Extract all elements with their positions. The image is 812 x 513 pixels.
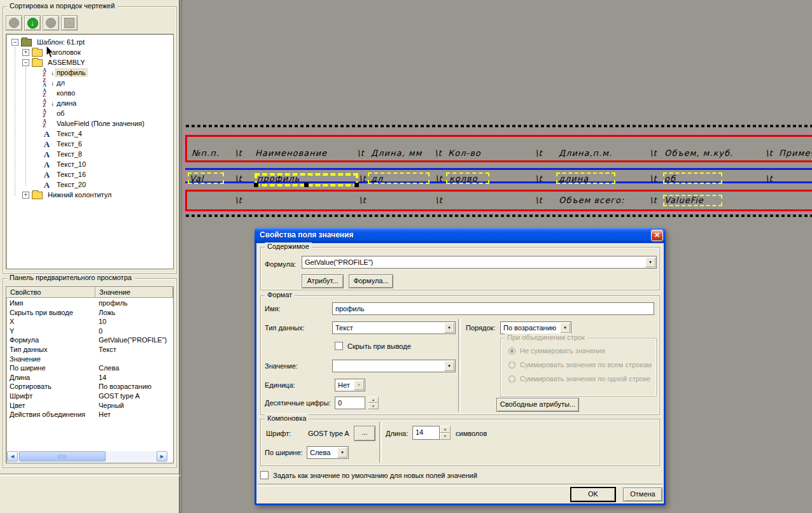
- property-row[interactable]: СортироватьПо возрастанию: [6, 382, 173, 391]
- report-header-cell[interactable]: Кол-во: [448, 148, 481, 158]
- set-default-checkbox[interactable]: [260, 471, 269, 479]
- resize-handle[interactable]: [254, 183, 258, 187]
- report-header-cell[interactable]: Длина, мм: [371, 148, 422, 158]
- tree-item[interactable]: AТекст_20: [6, 179, 173, 190]
- field-outline[interactable]: [446, 172, 489, 184]
- field-outline[interactable]: [663, 172, 722, 184]
- selected-field-outline[interactable]: [255, 173, 358, 186]
- collapse-icon[interactable]: −: [22, 59, 29, 66]
- chevron-down-icon[interactable]: ▼: [645, 257, 655, 267]
- formula-combobox[interactable]: GetValue("PROFILE") ▼: [302, 256, 657, 269]
- field-outline[interactable]: [663, 195, 722, 206]
- tree-item[interactable]: AТекст_6: [6, 139, 173, 149]
- report-header-cell[interactable]: \t: [435, 148, 442, 158]
- tree-item[interactable]: AТекст_4: [6, 129, 173, 139]
- property-row[interactable]: X10: [6, 317, 173, 327]
- chevron-down-icon[interactable]: ▼: [560, 323, 570, 333]
- tree-item[interactable]: AZоб: [6, 108, 173, 118]
- report-header-cell[interactable]: \t: [766, 148, 773, 158]
- scroll-left-arrow[interactable]: ◄: [7, 451, 18, 461]
- tree-item[interactable]: +Нижний колонтитул: [6, 190, 173, 200]
- template-tree[interactable]: −Шаблон: 61.rpt+Заголовок−ASSEMBLYAZ↓про…: [6, 34, 174, 269]
- dialog-titlebar[interactable]: Свойства поля значения ✕: [255, 228, 666, 243]
- report-header-cell[interactable]: \t: [650, 148, 657, 158]
- tree-item[interactable]: AZ↓длина: [6, 98, 173, 108]
- report-footer-cell[interactable]: \t: [235, 195, 242, 205]
- report-header-cell[interactable]: \t: [535, 148, 542, 158]
- expand-icon[interactable]: +: [22, 192, 29, 199]
- move-top-button[interactable]: [43, 15, 59, 31]
- report-footer-cell[interactable]: \t: [435, 195, 442, 205]
- report-footer-cell[interactable]: \t: [535, 195, 542, 205]
- report-data-cell[interactable]: \t: [435, 174, 442, 183]
- move-bottom-button[interactable]: ↓: [61, 15, 78, 31]
- property-row[interactable]: ШрифтGOST type A: [6, 391, 173, 401]
- property-row[interactable]: Имяпрофиль: [6, 299, 173, 308]
- close-icon[interactable]: ✕: [651, 230, 663, 241]
- decimals-spinner[interactable]: ▲ ▼: [368, 397, 379, 409]
- report-footer-cell[interactable]: \t: [359, 195, 366, 205]
- tree-item[interactable]: AТекст_8: [6, 149, 173, 159]
- tree-item[interactable]: −ASSEMBLY: [6, 57, 173, 67]
- property-row[interactable]: Действия объединенияНет: [6, 410, 173, 419]
- report-header-cell[interactable]: Объем, м.куб.: [664, 148, 733, 158]
- field-outline[interactable]: [556, 172, 615, 184]
- spin-up-icon[interactable]: ▲: [440, 426, 451, 433]
- font-browse-button[interactable]: ...: [354, 426, 375, 441]
- property-row[interactable]: Значение: [6, 355, 173, 364]
- tree-item[interactable]: AZ↓профиль: [6, 67, 173, 78]
- tree-item[interactable]: AТекст_16: [6, 169, 173, 179]
- property-row[interactable]: Тип данныхТекст: [6, 345, 173, 355]
- scroll-right-arrow[interactable]: ►: [157, 451, 167, 461]
- property-row[interactable]: ФормулаGetValue("PROFILE"): [6, 335, 173, 345]
- scrollbar-thumb[interactable]: [19, 451, 106, 461]
- tree-item[interactable]: AZValueField (Поле значения): [6, 118, 173, 129]
- tree-item[interactable]: AZколво: [6, 88, 173, 98]
- spin-up-icon[interactable]: ▲: [368, 397, 379, 403]
- property-row[interactable]: Y0: [6, 327, 173, 336]
- value-combobox[interactable]: ▼: [332, 360, 456, 372]
- sort-down-button[interactable]: ↓: [24, 15, 41, 31]
- report-footer-cell[interactable]: Объем всего:: [559, 195, 624, 205]
- report-data-cell[interactable]: \t: [535, 174, 542, 183]
- order-combobox[interactable]: По возрастанию ▼: [500, 321, 571, 334]
- collapse-icon[interactable]: −: [11, 39, 18, 46]
- tree-item[interactable]: −Шаблон: 61.rpt: [6, 37, 173, 47]
- chevron-down-icon[interactable]: ▼: [337, 447, 347, 458]
- report-header-cell[interactable]: №п.п.: [192, 148, 220, 158]
- sort-up-button[interactable]: [6, 15, 22, 31]
- length-spinner[interactable]: ▲ ▼: [440, 426, 451, 440]
- report-header-cell[interactable]: \t: [235, 148, 242, 158]
- report-header-cell[interactable]: Длина,п.м.: [559, 148, 612, 158]
- spin-down-icon[interactable]: ▼: [440, 433, 451, 440]
- unit-combobox[interactable]: Нет ▼: [335, 379, 365, 391]
- hide-on-output-checkbox[interactable]: [335, 342, 343, 350]
- column-header-property[interactable]: Свойство: [6, 287, 95, 298]
- tree-item[interactable]: ZA↓дл: [6, 78, 173, 88]
- formula-button[interactable]: Формула...: [349, 274, 393, 288]
- cancel-button[interactable]: Отмена: [623, 488, 662, 502]
- report-data-cell[interactable]: \t: [766, 174, 773, 183]
- field-outline[interactable]: [368, 172, 430, 184]
- horizontal-scrollbar[interactable]: ◄ ►: [7, 451, 167, 462]
- tree-item[interactable]: +Заголовок: [6, 47, 173, 57]
- report-header-cell[interactable]: Примечание: [779, 148, 812, 158]
- report-data-cell[interactable]: \t: [235, 174, 242, 183]
- resize-handle[interactable]: [354, 183, 359, 187]
- free-attributes-button[interactable]: Свободные атрибуты...: [496, 398, 579, 412]
- length-field[interactable]: 14: [412, 426, 440, 440]
- align-combobox[interactable]: Слева ▼: [307, 446, 349, 459]
- chevron-down-icon[interactable]: ▼: [444, 323, 454, 333]
- report-footer-cell[interactable]: \t: [650, 195, 657, 205]
- attribute-button[interactable]: Атрибут...: [302, 274, 344, 288]
- report-data-cell[interactable]: \t: [650, 174, 657, 183]
- property-row[interactable]: Длина14: [6, 373, 173, 383]
- field-outline[interactable]: [188, 172, 224, 184]
- property-row[interactable]: По ширинеСлева: [6, 363, 173, 373]
- spin-down-icon[interactable]: ▼: [368, 403, 379, 409]
- expand-icon[interactable]: +: [22, 49, 29, 56]
- report-header-cell[interactable]: Наименование: [255, 148, 327, 158]
- name-field[interactable]: профиль: [332, 302, 654, 315]
- ok-button[interactable]: OK: [571, 488, 615, 502]
- column-header-value[interactable]: Значение: [95, 287, 173, 298]
